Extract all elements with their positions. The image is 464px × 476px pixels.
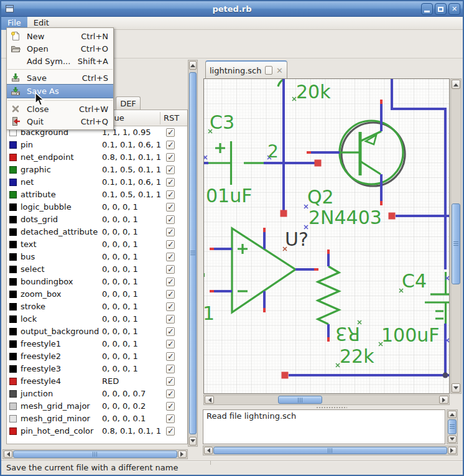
table-row[interactable]: freestyle4RED — [7, 375, 187, 388]
rst-checkbox[interactable] — [166, 166, 175, 174]
scrollbar-thumb[interactable] — [278, 396, 322, 404]
scrollbar-thumb[interactable] — [189, 72, 197, 434]
titlebar[interactable]: peted.rb ✕ — [1, 1, 463, 17]
rst-checkbox[interactable] — [166, 153, 175, 162]
menu-item-close[interactable]: CloseCtrl+W — [7, 103, 113, 115]
scroll-right-button[interactable] — [448, 447, 457, 454]
rst-checkbox[interactable] — [166, 265, 175, 274]
rst-checkbox[interactable] — [166, 290, 175, 299]
rst-checkbox[interactable] — [166, 253, 175, 261]
rst-checkbox[interactable] — [166, 278, 175, 286]
menu-item-accelerator: Ctrl+W — [79, 105, 108, 114]
rst-checkbox[interactable] — [166, 327, 175, 336]
rst-checkbox[interactable] — [166, 315, 175, 324]
table-row[interactable]: freestyle10, 0, 0, 1 — [7, 338, 187, 350]
scroll-up-button[interactable] — [448, 411, 457, 418]
canvas-horizontal-scrollbar[interactable] — [203, 394, 450, 405]
scroll-down-button[interactable] — [448, 436, 457, 443]
rst-checkbox[interactable] — [166, 240, 175, 249]
row-name: pin_hot_end_color — [21, 426, 93, 436]
rst-checkbox[interactable] — [166, 402, 175, 411]
rst-checkbox[interactable] — [166, 203, 175, 212]
table-row[interactable]: dots_grid0, 0, 0, 1 — [7, 213, 187, 226]
scroll-up-button[interactable] — [189, 61, 197, 70]
scroll-right-button[interactable] — [439, 396, 448, 404]
close-button[interactable]: ✕ — [448, 3, 460, 15]
schematic-label: 100uF — [381, 324, 440, 346]
scroll-left-button[interactable] — [205, 396, 214, 404]
log-horizontal-scrollbar[interactable] — [203, 446, 458, 455]
menu-item-quit[interactable]: QuitCtrl+Q — [7, 115, 113, 128]
color-swatch — [9, 390, 17, 398]
rst-checkbox[interactable] — [166, 215, 175, 224]
tab-def[interactable]: DEF — [116, 96, 141, 110]
rst-checkbox[interactable] — [166, 340, 175, 348]
rst-checkbox[interactable] — [166, 390, 175, 398]
menu-item-add-sym[interactable]: Add Sym...Shift+A — [7, 55, 113, 67]
rst-checkbox[interactable] — [166, 128, 175, 137]
table-row[interactable]: lock0, 0, 0, 1 — [7, 313, 187, 325]
tab-checkbox[interactable] — [265, 66, 272, 75]
table-row[interactable]: logic_bubble0, 0, 0, 1 — [7, 201, 187, 213]
menu-item-save-as[interactable]: Save As — [7, 84, 113, 98]
rst-checkbox[interactable] — [166, 178, 175, 187]
rst-checkbox[interactable] — [166, 427, 175, 436]
tab-close-icon[interactable]: ✕ — [276, 66, 283, 75]
table-row[interactable]: pin_hot_end_color0.8, 0.1, 0.1, 1 — [7, 425, 187, 437]
menu-item-label: Save As — [27, 86, 59, 96]
table-row[interactable]: junction0, 0, 0, 0.7 — [7, 388, 187, 400]
row-value: 0.1, 0.1, 0.6, 1 — [102, 177, 161, 187]
scrollbar-thumb[interactable] — [13, 450, 177, 458]
table-row[interactable]: bus0, 0, 0, 1 — [7, 251, 187, 263]
table-row[interactable]: freestyle20, 0, 0, 1 — [7, 350, 187, 363]
color-swatch — [9, 216, 17, 223]
scroll-right-button[interactable] — [178, 450, 187, 458]
table-row[interactable]: detached_attribute0, 0, 0, 1 — [7, 226, 187, 238]
table-row[interactable]: zoom_box0, 0, 0, 1 — [7, 288, 187, 301]
menu-item-save[interactable]: SaveCtrl+S — [7, 72, 113, 84]
scroll-up-button[interactable] — [452, 80, 460, 89]
scroll-left-button[interactable] — [204, 447, 213, 454]
schematic-canvas[interactable]: 20kC3201uFQ22N4403U?1R322kC4100uF — [203, 78, 450, 394]
rst-checkbox[interactable] — [166, 352, 175, 361]
scroll-down-button[interactable] — [452, 383, 460, 393]
maximize-button[interactable] — [435, 3, 447, 15]
rst-checkbox[interactable] — [166, 141, 175, 149]
left-horizontal-scrollbar[interactable] — [2, 449, 188, 459]
scrollbar-thumb[interactable] — [213, 447, 447, 454]
scrollbar-thumb[interactable] — [448, 419, 457, 434]
rst-checkbox[interactable] — [166, 228, 175, 236]
rst-checkbox[interactable] — [166, 414, 175, 423]
rst-checkbox[interactable] — [166, 365, 175, 373]
row-value: 0, 0, 0, 0.7 — [102, 389, 146, 398]
color-swatch — [9, 166, 17, 174]
table-row[interactable]: pin0.1, 0.1, 0.6, 1 — [7, 139, 187, 151]
table-row[interactable]: graphic0.1, 0.5, 0.1, 1 — [7, 164, 187, 176]
table-row[interactable]: output_background0, 0, 0, 1 — [7, 325, 187, 338]
table-row[interactable]: attribute0.1, 0.5, 0.1, 1 — [7, 189, 187, 201]
table-row[interactable]: freestyle30, 0, 0, 1 — [7, 363, 187, 375]
table-row[interactable]: stroke0, 0, 0, 1 — [7, 301, 187, 313]
left-vertical-scrollbar[interactable] — [188, 60, 198, 447]
table-row[interactable]: text0, 0, 0, 1 — [7, 238, 187, 251]
canvas-vertical-scrollbar[interactable] — [450, 78, 462, 394]
table-row[interactable]: mesh_grid_major0, 0, 0, 0.2 — [7, 400, 187, 413]
tab-lightning-sch[interactable]: lightning.sch ✕ — [205, 60, 287, 79]
table-row[interactable]: select0, 0, 0, 1 — [7, 263, 187, 276]
rst-checkbox[interactable] — [166, 377, 175, 386]
log-output[interactable]: Read file lightning.sch — [203, 409, 445, 444]
menu-item-new[interactable]: NewCtrl+N — [7, 30, 113, 42]
row-name: output_background — [21, 327, 99, 336]
menu-item-open[interactable]: OpenCtrl+O — [7, 42, 113, 55]
table-row[interactable]: net0.1, 0.1, 0.6, 1 — [7, 176, 187, 189]
scroll-left-button[interactable] — [4, 450, 12, 458]
scroll-down-button[interactable] — [189, 437, 197, 446]
table-row[interactable]: net_endpoint0.8, 0.1, 0.1, 1 — [7, 151, 187, 164]
rst-checkbox[interactable] — [166, 190, 175, 199]
minimize-button[interactable] — [421, 3, 433, 15]
log-vertical-scrollbar[interactable] — [447, 409, 458, 444]
table-row[interactable]: mesh_grid_minor0, 0, 0, 0.1 — [7, 413, 187, 425]
table-row[interactable]: boundingbox0, 0, 0, 1 — [7, 276, 187, 288]
scrollbar-thumb[interactable] — [452, 203, 460, 284]
rst-checkbox[interactable] — [166, 302, 175, 311]
